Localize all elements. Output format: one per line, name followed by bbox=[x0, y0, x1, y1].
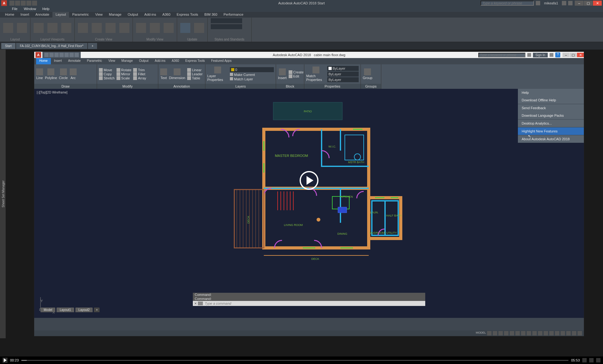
tab-manage[interactable]: Manage bbox=[106, 12, 125, 18]
tab-layout[interactable]: Layout bbox=[52, 12, 69, 18]
clean-icon[interactable] bbox=[572, 331, 576, 335]
iqat-redo-icon[interactable] bbox=[74, 53, 79, 57]
lwt-icon[interactable] bbox=[521, 331, 525, 335]
tab-express[interactable]: Express Tools bbox=[174, 12, 201, 18]
close-button[interactable]: ✕ bbox=[593, 1, 602, 6]
layer-props-button[interactable]: Layer Properties bbox=[207, 67, 228, 82]
stretch-button[interactable]: Stretch bbox=[99, 76, 115, 80]
inner-minimize[interactable]: – bbox=[562, 53, 569, 57]
menu-langpacks[interactable]: Download Language Packs bbox=[518, 112, 584, 119]
clip-icon[interactable] bbox=[47, 23, 57, 33]
layout2-tab[interactable]: Layout2 bbox=[75, 308, 93, 312]
page-setup-icon[interactable] bbox=[17, 23, 27, 33]
style-dd2[interactable] bbox=[211, 24, 242, 29]
tab-addins[interactable]: Add-ins bbox=[141, 12, 159, 18]
tab-home[interactable]: Home bbox=[2, 12, 17, 18]
array-button[interactable]: Array bbox=[133, 76, 146, 80]
makecurrent-button[interactable]: Make Current bbox=[230, 73, 274, 77]
itab-parametric[interactable]: Parametric bbox=[84, 58, 105, 64]
hardware-icon[interactable] bbox=[566, 331, 571, 335]
doc-tab-start[interactable]: Start bbox=[1, 43, 15, 49]
panel-annotation-label[interactable]: Annotation bbox=[158, 84, 205, 89]
app-icon[interactable]: A bbox=[1, 0, 7, 6]
itab-annotate[interactable]: Annotate bbox=[65, 58, 84, 64]
doc-tab-add[interactable]: + bbox=[88, 43, 97, 49]
iqat-open-icon[interactable] bbox=[49, 53, 54, 57]
projected-icon[interactable] bbox=[92, 23, 102, 33]
lineweight-dropdown[interactable]: ByLayer bbox=[327, 77, 359, 82]
help-icon[interactable] bbox=[568, 1, 573, 5]
maximize-button[interactable]: ▢ bbox=[584, 1, 593, 6]
qat-redo-icon[interactable] bbox=[32, 1, 37, 6]
help-button[interactable]: ? bbox=[555, 52, 560, 57]
circle-button[interactable]: Circle bbox=[59, 68, 68, 80]
dimension-button[interactable]: Dimension bbox=[169, 68, 185, 80]
group-button[interactable]: Group bbox=[363, 68, 372, 80]
polar-icon[interactable] bbox=[504, 331, 508, 335]
play-pause-button[interactable] bbox=[3, 358, 8, 363]
panel-modify-label[interactable]: Modify bbox=[97, 84, 158, 89]
itab-view[interactable]: View bbox=[105, 58, 118, 64]
move-button[interactable]: Move bbox=[99, 68, 115, 72]
user-label[interactable]: mikeafa1 bbox=[542, 1, 560, 5]
cycling-icon[interactable] bbox=[532, 331, 537, 335]
update-view-icon[interactable] bbox=[194, 23, 204, 33]
matchlayer-button[interactable]: Match Layer bbox=[230, 77, 274, 81]
signin-icon[interactable] bbox=[536, 1, 540, 5]
exchange-icon[interactable] bbox=[550, 53, 553, 57]
qat-open-icon[interactable] bbox=[15, 1, 20, 6]
cmd-close-icon[interactable]: ✕ bbox=[193, 302, 198, 306]
panel-groups-label[interactable]: Groups bbox=[361, 84, 381, 89]
minimize-button[interactable]: – bbox=[575, 1, 584, 6]
inner-app-icon[interactable]: A bbox=[35, 52, 41, 58]
tab-parametric[interactable]: Parametric bbox=[69, 12, 92, 18]
anno-icon[interactable] bbox=[538, 331, 542, 335]
detail-icon[interactable] bbox=[119, 23, 129, 33]
exchange-icon[interactable] bbox=[562, 1, 566, 5]
lock-icon[interactable] bbox=[61, 23, 71, 33]
trim-button[interactable]: Trim bbox=[133, 68, 146, 72]
iqat-new-icon[interactable] bbox=[44, 53, 49, 57]
mirror-button[interactable]: Mirror bbox=[117, 72, 131, 76]
osnap-icon[interactable] bbox=[510, 331, 514, 335]
linetype-dropdown[interactable]: ByLayer bbox=[327, 72, 359, 77]
linear-button[interactable]: Linear bbox=[187, 68, 203, 72]
iqat-save-icon[interactable] bbox=[54, 53, 59, 57]
itab-insert[interactable]: Insert bbox=[51, 58, 65, 64]
symbol-sketch-icon[interactable] bbox=[164, 23, 174, 33]
seek-bar[interactable] bbox=[21, 360, 569, 361]
polyline-button[interactable]: Polyline bbox=[45, 68, 57, 80]
tab-a360[interactable]: A360 bbox=[159, 12, 174, 18]
itab-manage[interactable]: Manage bbox=[118, 58, 136, 64]
inner-close[interactable]: ✕ bbox=[577, 53, 584, 57]
settings-icon[interactable] bbox=[589, 358, 594, 362]
arc-button[interactable]: Arc bbox=[70, 68, 77, 80]
menu-analytics[interactable]: Desktop Analytics... bbox=[518, 120, 584, 127]
itab-home[interactable]: Home bbox=[36, 58, 51, 64]
otrack-icon[interactable] bbox=[515, 331, 520, 335]
fullscreen-icon[interactable] bbox=[596, 358, 600, 362]
command-line[interactable]: Command: Command: ✕ Type a command bbox=[193, 293, 425, 306]
tab-performance[interactable]: Performance bbox=[220, 12, 247, 18]
edit-comp-icon[interactable] bbox=[150, 23, 160, 33]
auto-update-icon[interactable] bbox=[180, 23, 190, 33]
line-button[interactable]: Line bbox=[36, 68, 43, 80]
iqat-print-icon[interactable] bbox=[64, 53, 69, 57]
tab-annotate[interactable]: Annotate bbox=[32, 12, 52, 18]
tab-insert[interactable]: Insert bbox=[17, 12, 32, 18]
workspace-icon[interactable] bbox=[544, 331, 548, 335]
drawing-canvas[interactable]: [-][Top][2D Wireframe] Help Download Off… bbox=[34, 89, 584, 318]
add-layout-tab[interactable]: + bbox=[94, 308, 100, 312]
tab-view[interactable]: View bbox=[92, 12, 106, 18]
iqat-undo-icon[interactable] bbox=[69, 53, 74, 57]
menu-feedback[interactable]: Send Feedback bbox=[518, 104, 584, 112]
itab-express[interactable]: Express Tools bbox=[182, 58, 208, 64]
menu-download-offline[interactable]: Download Offline Help bbox=[518, 96, 584, 104]
cmd-placeholder[interactable]: Type a command bbox=[203, 302, 231, 305]
snap-icon[interactable] bbox=[493, 331, 497, 335]
table-button[interactable]: Table bbox=[187, 76, 203, 80]
scale-button[interactable]: Scale bbox=[117, 76, 131, 80]
itab-output[interactable]: Output bbox=[136, 58, 152, 64]
qat-save-icon[interactable] bbox=[21, 1, 26, 6]
qat-undo-icon[interactable] bbox=[26, 1, 31, 6]
